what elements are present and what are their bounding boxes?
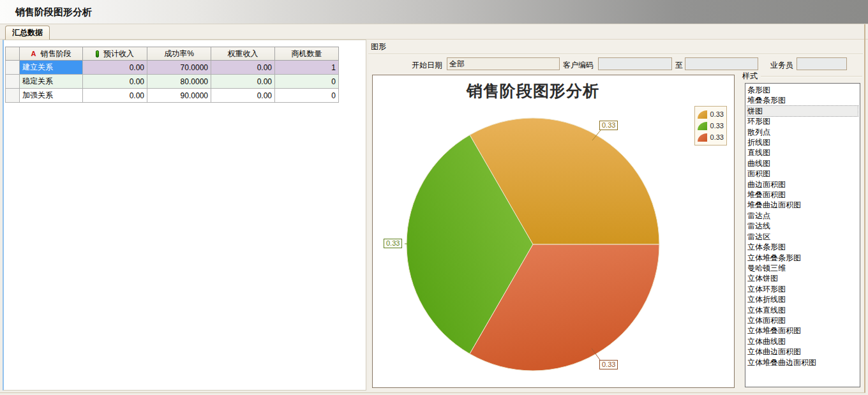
table-cell[interactable]: 0	[275, 89, 339, 103]
frame-edge-right	[864, 24, 865, 393]
stage-table-body: 建立关系0.0070.00000.001稳定关系0.0080.00000.000…	[6, 61, 339, 103]
row-selector[interactable]	[6, 75, 20, 89]
tab-strip: 汇总数据	[0, 24, 868, 40]
salesman-input[interactable]	[797, 57, 847, 70]
column-label: 预计收入	[103, 48, 134, 59]
table-cell[interactable]: 0.00	[83, 89, 147, 103]
row-selector-header	[6, 47, 20, 61]
style-list-item[interactable]: 立体堆叠面积图	[747, 325, 858, 336]
pie-chart	[373, 75, 735, 389]
style-list-item[interactable]: 曲线图	[747, 158, 858, 168]
pie-callout-label: 0.33	[599, 360, 618, 369]
style-list-item[interactable]: 雷达区	[747, 232, 858, 242]
style-list-item[interactable]: 立体面积图	[747, 315, 858, 325]
frame-edge-bottom	[0, 392, 865, 393]
column-label: 成功率%	[164, 48, 194, 59]
table-header-row: A销售阶段 预计收入 成功率% 权重收入 商机数量	[6, 47, 339, 61]
legend-label: 0.33	[710, 133, 724, 141]
table-cell[interactable]: 0	[275, 75, 339, 89]
legend-swatch	[698, 133, 707, 142]
table-cell[interactable]: 稳定关系	[20, 75, 83, 89]
table-cell[interactable]: 建立关系	[20, 61, 83, 75]
customer-code-input[interactable]	[598, 57, 672, 70]
column-label: 销售阶段	[40, 48, 71, 59]
table-cell[interactable]: 0.00	[211, 75, 275, 89]
table-cell[interactable]: 0.00	[83, 75, 147, 89]
tab-label: 汇总数据	[12, 28, 43, 37]
tab-summary-data[interactable]: 汇总数据	[5, 26, 50, 40]
legend-item: 0.33	[698, 120, 724, 131]
style-list-item[interactable]: 雷达线	[747, 221, 858, 231]
style-list-item[interactable]: 面积图	[747, 168, 858, 179]
style-list-item[interactable]: 曼哈顿三维	[747, 263, 858, 273]
table-cell[interactable]: 70.0000	[147, 61, 211, 75]
table-row[interactable]: 建立关系0.0070.00000.001	[6, 61, 339, 75]
graph-panel-divider	[368, 54, 863, 55]
table-row[interactable]: 加强关系0.0090.00000.000	[6, 89, 339, 103]
column-header-expected-revenue[interactable]: 预计收入	[83, 47, 147, 61]
numeric-type-icon	[96, 50, 99, 57]
column-label: 商机数量	[292, 48, 322, 59]
start-date-label: 开始日期	[412, 60, 442, 71]
summary-table-panel: A销售阶段 预计收入 成功率% 权重收入 商机数量 建立关系0	[3, 40, 366, 391]
window: 销售阶段图形分析 汇总数据 A销售阶段 预计收入	[0, 0, 868, 395]
table-cell[interactable]: 1	[275, 61, 339, 75]
legend-item: 0.33	[698, 108, 724, 120]
row-selector[interactable]	[6, 61, 20, 75]
legend-label: 0.33	[710, 122, 724, 130]
column-header-success-rate[interactable]: 成功率%	[147, 47, 211, 61]
style-list-item[interactable]: 散列点	[747, 127, 858, 137]
style-list-item[interactable]: 立体直线图	[747, 305, 858, 315]
table-row[interactable]: 稳定关系0.0080.00000.000	[6, 75, 339, 89]
style-list-item[interactable]: 曲边面积图	[747, 179, 858, 190]
column-header-opportunity-count[interactable]: 商机数量	[275, 47, 339, 61]
style-group-line	[761, 76, 862, 77]
style-list-item[interactable]: 环形图	[747, 116, 858, 126]
chart-legend: 0.330.330.33	[694, 106, 727, 145]
style-list: 条形图堆叠条形图饼图环形图散列点折线图直线图曲线图面积图曲边面积图堆叠面积图堆叠…	[745, 83, 860, 387]
column-header-weighted-revenue[interactable]: 权重收入	[211, 47, 275, 61]
style-list-item[interactable]: 雷达点	[747, 211, 858, 221]
table-cell[interactable]: 0.00	[211, 89, 275, 103]
column-label: 权重收入	[228, 48, 258, 59]
chart-area: 销售阶段图形分析 0	[372, 75, 735, 388]
style-list-item[interactable]: 立体曲边面积图	[747, 347, 858, 357]
style-list-item[interactable]: 立体堆叠曲边面积图	[747, 357, 858, 368]
style-list-item[interactable]: 立体堆叠条形图	[747, 253, 858, 263]
style-list-item[interactable]: 堆叠曲边面积图	[747, 200, 858, 210]
table-cell[interactable]: 0.00	[83, 61, 147, 75]
column-header-stage[interactable]: A销售阶段	[20, 47, 83, 61]
graph-panel-title: 图形	[371, 41, 386, 52]
salesman-label: 业务员	[770, 60, 793, 71]
legend-label: 0.33	[710, 110, 724, 118]
style-list-item[interactable]: 饼图	[747, 106, 858, 116]
sales-stage-table: A销售阶段 预计收入 成功率% 权重收入 商机数量 建立关系0	[5, 47, 339, 103]
pie-callout-label: 0.33	[384, 239, 402, 248]
style-list-item[interactable]: 直线图	[747, 147, 858, 158]
table-cell[interactable]: 0.00	[211, 61, 275, 75]
legend-item: 0.33	[698, 131, 724, 143]
style-list-item[interactable]: 立体饼图	[747, 273, 858, 283]
row-selector[interactable]	[6, 89, 20, 103]
customer-code-to-input[interactable]	[685, 57, 758, 70]
page-title: 销售阶段图形分析	[15, 0, 92, 24]
table-cell[interactable]: 90.0000	[147, 89, 211, 103]
style-list-item[interactable]: 立体曲线图	[747, 336, 858, 347]
style-list-item[interactable]: 立体折线图	[747, 294, 858, 304]
table-cell[interactable]: 加强关系	[20, 89, 83, 103]
customer-code-label: 客户编码	[563, 60, 594, 71]
legend-swatch	[698, 122, 707, 130]
style-list-item[interactable]: 立体环形图	[747, 284, 858, 294]
style-list-item[interactable]: 堆叠条形图	[747, 95, 858, 105]
style-list-item[interactable]: 条形图	[747, 85, 858, 95]
style-list-item[interactable]: 折线图	[747, 137, 858, 147]
text-type-icon: A	[31, 50, 36, 57]
to-label: 至	[675, 60, 683, 71]
legend-swatch	[698, 110, 707, 119]
style-list-item[interactable]: 立体条形图	[747, 242, 858, 252]
start-date-input[interactable]	[447, 57, 560, 70]
style-group-title: 样式	[742, 71, 760, 82]
table-cell[interactable]: 80.0000	[147, 75, 211, 89]
style-list-item[interactable]: 堆叠面积图	[747, 190, 858, 200]
window-title-bar: 销售阶段图形分析	[0, 0, 868, 24]
